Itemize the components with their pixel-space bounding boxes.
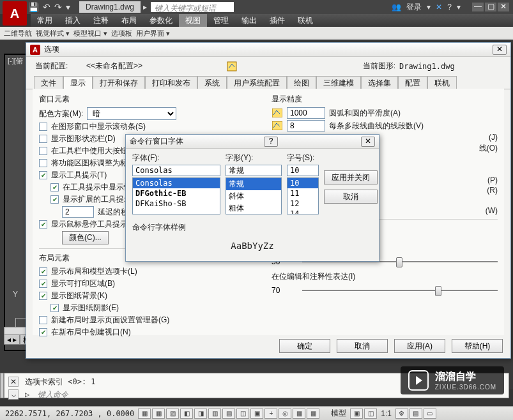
arc-smoothness-input[interactable] bbox=[287, 107, 325, 119]
font-dialog-titlebar[interactable]: 命令行窗口字体 ? ✕ bbox=[126, 135, 379, 149]
list-item[interactable]: 14 bbox=[287, 209, 318, 214]
inplace-edit-slider[interactable] bbox=[302, 285, 498, 296]
list-item[interactable]: 10 bbox=[287, 178, 318, 188]
checkbox[interactable] bbox=[39, 292, 47, 300]
font-cancel-button[interactable]: 取消 bbox=[324, 190, 378, 204]
search-input[interactable]: 键入关键字或短语 bbox=[151, 2, 234, 12]
options-tab[interactable]: 三维建模 bbox=[316, 76, 361, 89]
checkbox[interactable] bbox=[39, 280, 47, 288]
status-space-label[interactable]: 模型 bbox=[328, 408, 349, 419]
signin-arrow-icon[interactable]: ▾ bbox=[427, 3, 431, 11]
ribbon-panel[interactable]: 选项板 bbox=[111, 29, 132, 38]
options-tab[interactable]: 联机 bbox=[427, 76, 457, 89]
font-family-input[interactable] bbox=[132, 165, 220, 176]
ribbon-tab[interactable]: 布局 bbox=[115, 14, 143, 27]
font-dialog-close-button[interactable]: ✕ bbox=[361, 137, 375, 147]
status-toggle[interactable]: + bbox=[264, 409, 277, 419]
cancel-button[interactable]: 取消 bbox=[337, 339, 388, 353]
ribbon-tab[interactable]: 插件 bbox=[263, 14, 291, 27]
save-icon[interactable]: 💾 bbox=[28, 2, 39, 12]
layout-tabs-arrows[interactable]: ◂ ▸ bbox=[4, 334, 20, 345]
help-icon[interactable]: ? bbox=[447, 3, 452, 11]
status-toggle[interactable]: ⚙ bbox=[395, 409, 408, 419]
status-scale[interactable]: 1:1 bbox=[378, 409, 394, 418]
font-dialog-help-button[interactable]: ? bbox=[264, 137, 278, 147]
checkbox[interactable] bbox=[50, 304, 59, 312]
checkbox[interactable] bbox=[39, 135, 47, 143]
list-item[interactable]: Consolas bbox=[133, 178, 220, 188]
help-arrow-icon[interactable]: ▾ bbox=[457, 3, 461, 11]
status-toggle[interactable]: ◫ bbox=[364, 409, 377, 419]
status-toggle[interactable]: ◫ bbox=[236, 409, 249, 419]
font-size-input[interactable] bbox=[287, 165, 319, 176]
status-toggle[interactable]: ◎ bbox=[279, 409, 291, 419]
tooltip-delay-input[interactable] bbox=[62, 206, 94, 218]
apply-button[interactable]: 应用(A) bbox=[394, 339, 445, 353]
close-button[interactable]: ✕ bbox=[498, 3, 509, 11]
status-toggle[interactable]: ▤ bbox=[222, 409, 235, 419]
checkbox[interactable] bbox=[50, 183, 59, 191]
commandline-options-icon[interactable]: ⌵ bbox=[8, 389, 19, 400]
status-toggle[interactable]: ▭ bbox=[424, 409, 436, 419]
command-input[interactable]: 键入命令 bbox=[38, 389, 68, 400]
options-tab[interactable]: 打印和发布 bbox=[145, 76, 197, 89]
qat-more-icon[interactable]: ▾ bbox=[66, 2, 70, 12]
options-tab[interactable]: 用户系统配置 bbox=[227, 76, 287, 89]
options-tab[interactable]: 文件 bbox=[34, 76, 63, 89]
options-tab-active[interactable]: 显示 bbox=[63, 76, 93, 89]
list-item[interactable]: DFGothic-EB bbox=[133, 188, 220, 199]
maximize-button[interactable]: ▢ bbox=[485, 3, 496, 11]
app-logo[interactable]: A bbox=[3, 1, 27, 26]
ribbon-tab[interactable]: 注释 bbox=[87, 14, 115, 27]
status-toggle[interactable]: ▦ bbox=[138, 409, 151, 419]
doc-tab-arrow-icon[interactable]: ▸ bbox=[143, 3, 147, 11]
list-item[interactable]: DFKaiSho-SB bbox=[133, 199, 220, 209]
ribbon-panel[interactable]: 用户界面 ▾ bbox=[136, 29, 170, 38]
signin-button[interactable]: 登录 bbox=[406, 2, 422, 13]
status-toggle[interactable]: ▥ bbox=[208, 409, 221, 419]
checkbox[interactable] bbox=[39, 159, 47, 167]
ribbon-tab[interactable]: 联机 bbox=[291, 14, 319, 27]
checkbox[interactable] bbox=[39, 123, 47, 131]
document-tab[interactable]: Drawing1.dwg bbox=[79, 1, 141, 13]
colors-button[interactable]: 颜色(C)... bbox=[62, 231, 109, 244]
redo-icon[interactable]: ↷ bbox=[54, 2, 62, 12]
font-style-listbox[interactable]: 常规 斜体 粗体 粗体 斜体 bbox=[226, 177, 282, 214]
font-size-listbox[interactable]: 10 11 12 14 bbox=[287, 177, 319, 214]
ribbon-tab[interactable]: 输出 bbox=[235, 14, 263, 27]
commandline-close-icon[interactable]: ✕ bbox=[8, 377, 19, 387]
minimize-button[interactable]: — bbox=[472, 3, 484, 11]
undo-icon[interactable]: ↶ bbox=[43, 2, 50, 12]
list-item[interactable]: 12 bbox=[287, 199, 318, 209]
ribbon-tab[interactable]: 常用 bbox=[31, 14, 59, 27]
ok-button[interactable]: 确定 bbox=[279, 339, 330, 353]
checkbox[interactable] bbox=[39, 171, 47, 179]
help-button[interactable]: 帮助(H) bbox=[452, 339, 503, 353]
options-tab[interactable]: 配置 bbox=[398, 76, 427, 89]
checkbox[interactable] bbox=[50, 195, 59, 204]
font-style-input[interactable] bbox=[226, 165, 282, 176]
status-toggle[interactable]: ▤ bbox=[410, 409, 422, 419]
apply-and-close-button[interactable]: 应用并关闭 bbox=[324, 170, 378, 184]
list-item[interactable]: 常规 bbox=[226, 178, 281, 190]
checkbox[interactable] bbox=[39, 328, 47, 336]
ribbon-panel[interactable]: 二维导航 bbox=[4, 29, 32, 38]
options-tab[interactable]: 选择集 bbox=[361, 76, 398, 89]
checkbox[interactable] bbox=[39, 316, 47, 324]
options-tab[interactable]: 系统 bbox=[197, 76, 227, 89]
status-toggle[interactable]: ▦ bbox=[293, 409, 305, 419]
options-close-button[interactable]: ✕ bbox=[493, 45, 507, 55]
status-toggle[interactable]: ◨ bbox=[194, 409, 207, 419]
ribbon-panel[interactable]: 视觉样式 ▾ bbox=[36, 29, 70, 38]
checkbox[interactable] bbox=[39, 267, 47, 276]
font-family-listbox[interactable]: Consolas DFGothic-EB DFKaiSho-SB bbox=[132, 177, 220, 214]
ribbon-tab[interactable]: 参数化 bbox=[143, 14, 179, 27]
list-item[interactable]: 11 bbox=[287, 188, 318, 199]
checkbox[interactable] bbox=[39, 147, 47, 155]
options-titlebar[interactable]: A 选项 ✕ bbox=[26, 43, 510, 57]
list-item[interactable]: 粗体 bbox=[226, 202, 281, 214]
ribbon-tab[interactable]: 插入 bbox=[59, 14, 87, 27]
status-toggle[interactable]: ▦ bbox=[152, 409, 165, 419]
status-toggle[interactable]: ◧ bbox=[180, 409, 193, 419]
status-toggle[interactable]: ▣ bbox=[350, 409, 363, 419]
